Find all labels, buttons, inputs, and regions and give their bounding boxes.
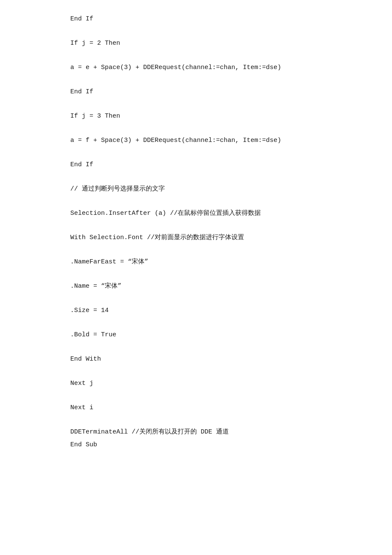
- code-line: .Size = 14: [70, 304, 366, 317]
- code-line: End If: [70, 159, 366, 171]
- code-line: [70, 74, 366, 86]
- code-line: Next j: [70, 377, 366, 390]
- code-line: [70, 366, 366, 377]
- code-line: DDETerminateAll //关闭所有以及打开的 DDE 通道: [70, 426, 366, 439]
- code-line: Next i: [70, 402, 366, 414]
- code-line: Selection.InsertAfter (a) //在鼠标停留位置插入获得数…: [70, 207, 366, 220]
- code-line: If j = 2 Then: [70, 37, 366, 50]
- code-line: [70, 26, 366, 37]
- code-line: [70, 486, 366, 497]
- code-line: a = e + Space(3) + DDERequest(channel:=c…: [70, 61, 366, 74]
- code-line: If j = 3 Then: [70, 110, 366, 123]
- code-line: .Name = “宋体”: [70, 280, 366, 293]
- code-line: // 通过判断列号选择显示的文字: [70, 183, 366, 196]
- code-line: End Sub: [70, 439, 366, 451]
- code-line: [70, 196, 366, 207]
- code-line: .Bold = True: [70, 329, 366, 341]
- code-line: With Selection.Font //对前面显示的数据进行字体设置: [70, 231, 366, 244]
- code-line: [70, 244, 366, 256]
- code-line: [70, 463, 366, 474]
- code-line: [70, 293, 366, 304]
- code-line: End If: [70, 86, 366, 98]
- code-line: [70, 451, 366, 463]
- code-line: a = f + Space(3) + DDERequest(channel:=c…: [70, 134, 366, 147]
- code-line: [70, 98, 366, 110]
- code-line: [70, 220, 366, 231]
- code-line: [70, 317, 366, 329]
- code-line: [70, 123, 366, 134]
- code-line: [70, 497, 366, 509]
- code-line: End With: [70, 353, 366, 366]
- code-line: [70, 414, 366, 426]
- code-line: [70, 50, 366, 61]
- code-line: [70, 147, 366, 159]
- code-line: [70, 269, 366, 280]
- code-line: [70, 520, 366, 532]
- code-container: End If If j = 2 Then a = e + Space(3) + …: [0, 0, 392, 555]
- code-line: [70, 341, 366, 353]
- code-line: [70, 532, 366, 543]
- code-line: [70, 390, 366, 402]
- code-line: [70, 509, 366, 520]
- code-line: End If: [70, 13, 366, 26]
- code-line: .NameFarEast = “宋体”: [70, 256, 366, 269]
- code-line: [70, 171, 366, 183]
- code-line: [70, 474, 366, 486]
